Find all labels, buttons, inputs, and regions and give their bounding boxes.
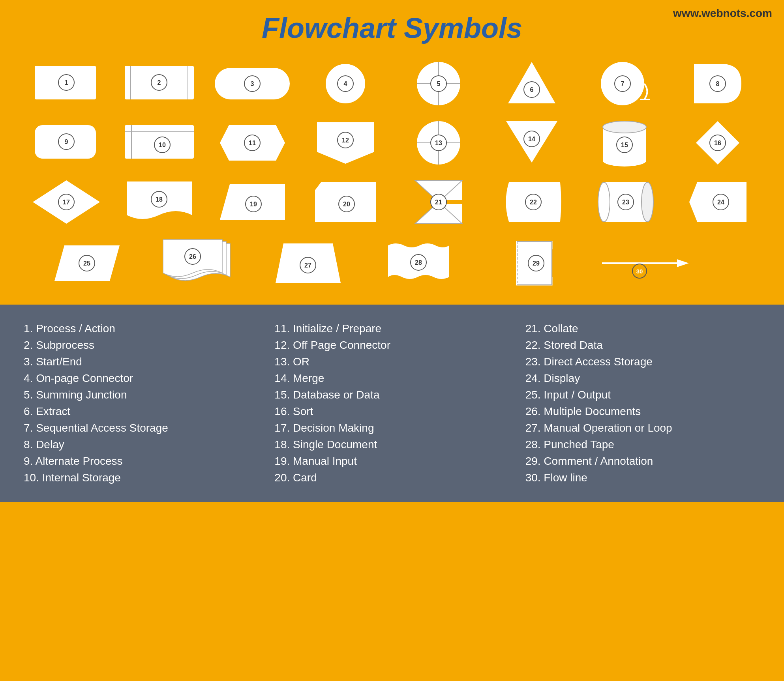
legend-item: 9. Alternate Process	[24, 453, 259, 470]
symbols-grid: 1 2 3	[16, 60, 768, 289]
legend-item: 1. Process / Action	[24, 320, 259, 337]
legend-item: 5. Summing Junction	[24, 387, 259, 403]
symbol-16: 16	[678, 119, 757, 167]
legend-item: 2. Subprocess	[24, 337, 259, 354]
svg-text:19: 19	[250, 201, 257, 208]
symbol-23: 23	[585, 180, 664, 224]
svg-point-80	[641, 182, 653, 222]
top-section: www.webnots.com Flowchart Symbols 1	[0, 0, 784, 305]
legend-col-1: 1. Process / Action 2. Subprocess 3. Sta…	[24, 320, 259, 486]
symbol-7: 7	[585, 60, 664, 107]
symbol-6: 6	[492, 60, 571, 107]
symbol-14: 14	[492, 119, 571, 167]
svg-text:7: 7	[621, 80, 625, 87]
svg-text:22: 22	[530, 199, 537, 206]
svg-text:10: 10	[159, 142, 166, 148]
legend-item: 11. Initialize / Prepare	[274, 320, 509, 337]
svg-text:29: 29	[533, 260, 540, 267]
symbol-row-4: 25 26 27	[24, 238, 760, 289]
symbol-22: 22	[492, 180, 571, 224]
bottom-section: 1. Process / Action 2. Subprocess 3. Sta…	[0, 305, 784, 502]
symbol-21: 21	[399, 178, 478, 226]
svg-text:1: 1	[64, 79, 68, 86]
legend-item: 12. Off Page Connector	[274, 337, 509, 354]
page-title: Flowchart Symbols	[16, 12, 768, 44]
symbol-10: 10	[120, 123, 199, 163]
symbol-20: 20	[306, 180, 385, 224]
legend-item: 10. Internal Storage	[24, 470, 259, 486]
symbol-12: 12	[306, 120, 385, 166]
svg-text:20: 20	[343, 201, 350, 208]
symbol-row-2: 9 10 11	[24, 119, 760, 167]
svg-text:5: 5	[437, 80, 440, 87]
svg-text:3: 3	[251, 80, 254, 87]
legend-item: 20. Card	[274, 470, 509, 486]
website-url: www.webnots.com	[673, 7, 772, 20]
symbol-26: 26	[158, 238, 237, 289]
symbol-27: 27	[268, 241, 347, 285]
legend-item: 21. Collate	[525, 320, 760, 337]
svg-text:21: 21	[435, 199, 442, 206]
svg-text:30: 30	[636, 268, 643, 275]
svg-text:16: 16	[714, 140, 721, 146]
legend-item: 18. Single Document	[274, 436, 509, 453]
symbol-28: 28	[379, 239, 458, 287]
legend-item: 22. Stored Data	[525, 337, 760, 354]
symbol-8: 8	[678, 62, 757, 105]
legend-item: 7. Sequential Access Storage	[24, 420, 259, 436]
svg-text:12: 12	[342, 137, 349, 144]
legend-item: 25. Input / Output	[525, 387, 760, 403]
legend-item: 24. Display	[525, 370, 760, 387]
legend-item: 8. Delay	[24, 436, 259, 453]
symbol-15: 15	[585, 119, 664, 167]
symbol-24: 24	[678, 180, 757, 224]
legend-item: 14. Merge	[274, 370, 509, 387]
symbol-19: 19	[213, 182, 292, 222]
legend-item: 16. Sort	[274, 403, 509, 420]
symbol-1: 1	[27, 64, 106, 103]
legend-item: 27. Manual Operation or Loop	[525, 420, 760, 436]
legend-item: 15. Database or Data	[274, 387, 509, 403]
symbol-30: 30	[600, 251, 695, 275]
svg-text:24: 24	[717, 199, 724, 206]
symbol-row-1: 1 2 3	[24, 60, 760, 107]
legend-item: 26. Multiple Documents	[525, 403, 760, 420]
symbol-3: 3	[213, 64, 292, 103]
symbol-25: 25	[47, 243, 126, 283]
svg-text:27: 27	[304, 262, 311, 269]
svg-text:17: 17	[63, 199, 70, 206]
svg-text:4: 4	[344, 80, 347, 87]
symbol-29: 29	[490, 239, 568, 287]
svg-text:28: 28	[415, 259, 422, 266]
symbol-2: 2	[120, 64, 199, 103]
legend-item: 19. Manual Input	[274, 453, 509, 470]
legend-item: 13. OR	[274, 354, 509, 370]
symbol-row-3: 17 18 19	[24, 178, 760, 226]
legend-col-3: 21. Collate 22. Stored Data 23. Direct A…	[525, 320, 760, 486]
legend-item: 23. Direct Access Storage	[525, 354, 760, 370]
legend-item: 4. On-page Connector	[24, 370, 259, 387]
symbol-9: 9	[27, 123, 106, 163]
svg-text:26: 26	[189, 253, 196, 260]
svg-text:13: 13	[435, 140, 442, 146]
symbol-18: 18	[120, 180, 199, 225]
symbol-17: 17	[27, 178, 106, 226]
svg-text:25: 25	[83, 260, 90, 267]
symbol-13: 13	[399, 119, 478, 167]
svg-text:15: 15	[621, 142, 628, 148]
svg-text:23: 23	[622, 199, 629, 206]
svg-text:8: 8	[716, 80, 720, 87]
legend-item: 30. Flow line	[525, 470, 760, 486]
legend-item: 3. Start/End	[24, 354, 259, 370]
svg-text:14: 14	[528, 136, 535, 142]
symbol-11: 11	[213, 123, 292, 163]
legend-item: 17. Decision Making	[274, 420, 509, 436]
legend-item: 6. Extract	[24, 403, 259, 420]
symbol-5: 5	[399, 60, 478, 107]
svg-point-81	[598, 182, 610, 222]
legend-item: 28. Punched Tape	[525, 436, 760, 453]
svg-text:11: 11	[249, 140, 256, 146]
legend-col-2: 11. Initialize / Prepare 12. Off Page Co…	[274, 320, 509, 486]
svg-text:9: 9	[64, 138, 68, 145]
svg-point-53	[603, 121, 646, 133]
